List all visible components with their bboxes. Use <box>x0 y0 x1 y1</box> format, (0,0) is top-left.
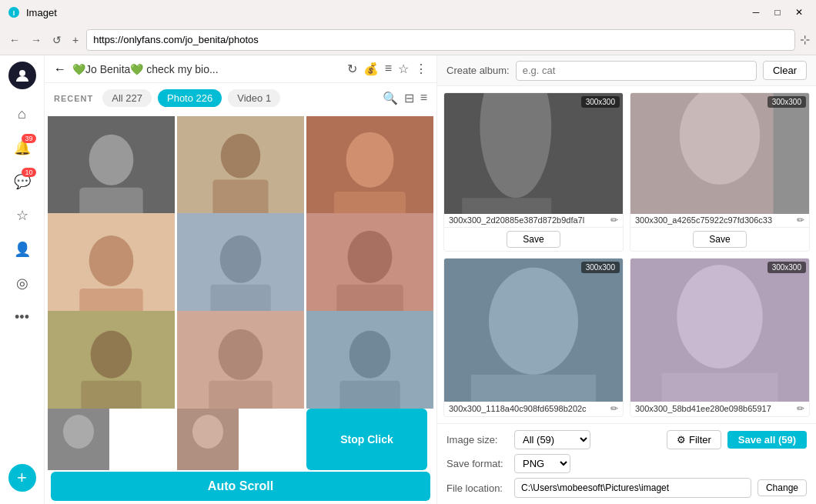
file-location-row: File location: Change <box>446 478 807 498</box>
save-button[interactable]: Save <box>507 231 560 248</box>
sidebar-item-target[interactable]: ◎ <box>7 268 38 299</box>
svg-point-10 <box>346 132 394 188</box>
tab-video[interactable]: Video 1 <box>228 89 280 107</box>
messages-badge: 10 <box>22 168 35 177</box>
minimize-button[interactable]: ─ <box>747 3 765 22</box>
image-filename: 300x300_1118a40c908fd6598b202c <box>449 404 607 413</box>
photo-item[interactable]: Stop Click <box>306 311 433 409</box>
sidebar-item-messages[interactable]: 💬 10 <box>7 166 38 197</box>
image-size-badge: 300x300 <box>768 262 806 273</box>
close-button[interactable]: ✕ <box>790 3 808 22</box>
bookmark-icon[interactable]: ☆ <box>398 62 409 76</box>
refresh-icon[interactable]: ↻ <box>347 62 357 76</box>
photo-row-last: Stop Click <box>45 409 436 472</box>
filter-button[interactable]: ⚙ Filter <box>667 430 721 449</box>
image-size-label: Image size: <box>446 434 508 446</box>
auto-scroll-button[interactable]: Auto Scroll <box>51 472 430 501</box>
title-bar: I Imaget ─ □ ✕ <box>0 0 816 25</box>
pin-button[interactable]: ⊹ <box>800 32 810 47</box>
image-card: 300x300 300x300_a4265c75922c97fd306c33 ✏… <box>630 92 810 252</box>
svg-point-2 <box>19 70 25 76</box>
menu-icon[interactable]: ≡ <box>385 62 392 76</box>
sidebar-item-profile[interactable]: 👤 <box>7 234 38 265</box>
photo-item[interactable] <box>177 409 239 470</box>
app-icon: I <box>8 6 20 18</box>
save-all-button[interactable]: Save all (59) <box>727 431 807 449</box>
image-card-info: 300x300_1118a40c908fd6598b202c ✏ <box>444 402 623 416</box>
image-thumbnail[interactable]: 300x300 <box>444 93 623 214</box>
image-filename: 300x300_a4265c75922c97fd306c33 <box>635 215 794 225</box>
forward-button[interactable]: → <box>28 31 45 49</box>
app-title: Imaget <box>26 7 57 18</box>
edit-icon[interactable]: ✏ <box>797 403 804 414</box>
sidebar-item-more[interactable]: ••• <box>7 302 38 332</box>
edit-icon[interactable]: ✏ <box>797 215 804 225</box>
image-thumbnail[interactable]: 300x300 <box>630 259 809 402</box>
image-size-badge: 300x300 <box>581 262 620 273</box>
sidebar-item-favorites[interactable]: ☆ <box>7 200 38 231</box>
svg-rect-40 <box>774 93 809 214</box>
image-filename: 300x300_58bd41ee280e098b65917 <box>635 404 794 413</box>
recent-label: RECENT <box>54 94 93 103</box>
coin-icon[interactable]: 💰 <box>363 62 379 76</box>
image-card-info: 300x300_a4265c75922c97fd306c33 ✏ <box>630 214 809 227</box>
file-location-label: File location: <box>446 482 508 494</box>
save-format-row: Save format: PNG JPG WEBP <box>446 454 807 473</box>
change-button[interactable]: Change <box>757 479 807 496</box>
svg-rect-29 <box>339 380 400 409</box>
add-button[interactable]: + <box>8 464 36 492</box>
image-card: 300x300 300x300_2d20885e387d872b9dfa7l ✏… <box>443 92 624 252</box>
svg-point-33 <box>192 415 223 449</box>
star-icon: ☆ <box>16 207 28 224</box>
save-format-select[interactable]: PNG JPG WEBP <box>514 454 570 473</box>
sidebar-item-home[interactable]: ⌂ <box>7 98 38 129</box>
svg-point-31 <box>63 415 94 449</box>
svg-rect-26 <box>209 380 273 409</box>
image-size-badge: 300x300 <box>581 96 620 108</box>
photo-grid: ⊟ 1 ⊟ 1 ⊟ 1 <box>45 113 436 409</box>
image-card-save: Save <box>630 227 809 251</box>
album-input[interactable] <box>516 61 757 81</box>
image-size-select[interactable]: All (59) 300x300 600x600 1080x1080 <box>514 430 590 449</box>
image-grid: 300x300 300x300_2d20885e387d872b9dfa7l ✏… <box>437 86 816 423</box>
url-bar[interactable] <box>86 29 795 51</box>
content-back-button[interactable]: ← <box>54 62 66 76</box>
auto-scroll-container: Auto Scroll <box>45 472 436 504</box>
stop-click-button[interactable]: Stop Click <box>306 409 427 470</box>
search-icon[interactable]: 🔍 <box>383 91 398 105</box>
bottom-controls: Image size: All (59) 300x300 600x600 108… <box>437 423 816 504</box>
svg-rect-46 <box>662 373 778 402</box>
svg-point-19 <box>348 231 393 283</box>
right-panel: Create album: Clear 300x300 300x300_2d20… <box>437 55 816 504</box>
save-button[interactable]: Save <box>693 231 746 248</box>
photo-item[interactable] <box>177 311 304 409</box>
main-layout: ⌂ 🔔 39 💬 10 ☆ 👤 ◎ ••• + ← 💚Jo Benita💚 ch… <box>0 55 816 504</box>
edit-icon[interactable]: ✏ <box>610 215 618 225</box>
clear-button[interactable]: Clear <box>763 61 807 80</box>
sidebar-item-notifications[interactable]: 🔔 39 <box>7 132 38 163</box>
target-icon: ◎ <box>16 275 28 292</box>
refresh-button[interactable]: ↺ <box>49 31 65 49</box>
image-card-info: 300x300_2d20885e387d872b9dfa7l ✏ <box>444 214 623 227</box>
new-tab-button[interactable]: + <box>69 31 82 49</box>
tab-all[interactable]: All 227 <box>102 89 152 107</box>
sort-icon[interactable]: ≡ <box>420 91 427 105</box>
svg-text:I: I <box>13 9 15 17</box>
avatar <box>8 62 36 89</box>
tab-photo[interactable]: Photo 226 <box>158 89 222 107</box>
grid-icon[interactable]: ⊟ <box>404 91 414 105</box>
maximize-button[interactable]: □ <box>768 3 787 22</box>
photo-item[interactable] <box>48 311 175 409</box>
back-button[interactable]: ← <box>6 31 23 49</box>
photo-item[interactable] <box>48 409 109 470</box>
image-filename: 300x300_2d20885e387d872b9dfa7l <box>449 215 607 225</box>
dots-icon[interactable]: ⋮ <box>415 62 427 76</box>
image-card: 300x300 300x300_1118a40c908fd6598b202c ✏ <box>443 258 624 417</box>
svg-point-16 <box>220 235 262 283</box>
edit-icon[interactable]: ✏ <box>610 403 618 414</box>
action-buttons-container: Stop Click <box>306 409 433 470</box>
image-thumbnail[interactable]: 300x300 <box>630 93 809 214</box>
image-thumbnail[interactable]: 300x300 <box>444 259 623 402</box>
svg-rect-36 <box>462 198 551 213</box>
file-location-input[interactable] <box>514 478 751 498</box>
